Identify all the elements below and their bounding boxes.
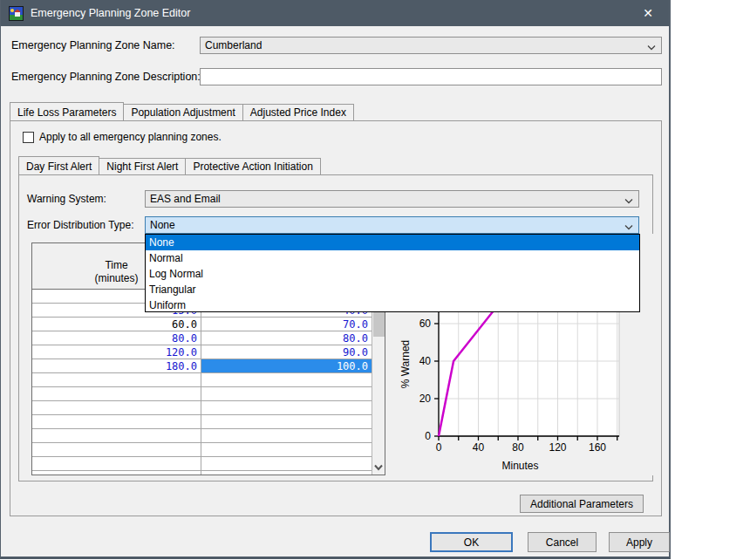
dropdown-option[interactable]: Uniform: [146, 297, 639, 313]
dropdown-option[interactable]: Triangular: [146, 282, 639, 297]
apply-button[interactable]: Apply: [609, 532, 670, 552]
table-row: 60.070.0: [32, 318, 372, 331]
zone-desc-label: Emergency Planning Zone Description:: [11, 68, 201, 85]
table-row: [32, 373, 372, 387]
table-cell-time[interactable]: 120.0: [32, 345, 201, 359]
table-cell-time[interactable]: [32, 401, 201, 414]
table-cell-warned[interactable]: 70.0: [201, 318, 372, 331]
dialog-window: Emergency Planning Zone Editor ✕ Emergen…: [0, 0, 671, 559]
dropdown-option[interactable]: Normal: [146, 250, 639, 266]
table-scrollbar[interactable]: [372, 290, 385, 475]
inner-tabbar: Day First Alert Night First Alert Protec…: [18, 156, 321, 174]
table-cell-warned[interactable]: [201, 415, 372, 428]
dropdown-option[interactable]: None: [146, 235, 639, 250]
table-row: 80.080.0: [32, 331, 372, 345]
error-dist-dropdown: NoneNormalLog NormalTriangularUniform: [145, 234, 640, 312]
zone-name-label: Emergency Planning Zone Name:: [11, 37, 175, 54]
table-cell-warned[interactable]: [201, 471, 372, 475]
warning-system-label: Warning System:: [27, 190, 106, 208]
table-cell-warned[interactable]: [201, 401, 372, 414]
table-cell-warned[interactable]: [201, 429, 372, 442]
svg-text:0: 0: [425, 430, 431, 442]
table-cell-time[interactable]: 60.0: [32, 318, 201, 331]
table-cell-time[interactable]: [32, 415, 201, 428]
warning-system-combobox[interactable]: EAS and Email: [145, 190, 639, 208]
dropdown-option[interactable]: Log Normal: [146, 266, 639, 282]
window-title: Emergency Planning Zone Editor: [31, 7, 190, 19]
table-cell-warned[interactable]: 100.0: [201, 359, 372, 372]
tab-life-loss-parameters[interactable]: Life Loss Parameters: [10, 102, 124, 120]
chevron-down-icon: [647, 42, 656, 54]
svg-text:% Warned: % Warned: [399, 340, 412, 389]
close-icon[interactable]: ✕: [631, 0, 665, 26]
svg-text:40: 40: [473, 441, 485, 454]
svg-text:80: 80: [512, 441, 524, 454]
table-cell-time[interactable]: [32, 443, 201, 456]
chevron-down-icon: [624, 222, 633, 234]
table-row: [32, 471, 372, 475]
svg-text:40: 40: [419, 355, 432, 367]
table-row: [32, 443, 372, 457]
tab-protective-action-initiation[interactable]: Protective Action Initiation: [185, 158, 320, 174]
svg-text:20: 20: [419, 393, 432, 405]
warning-system-value: EAS and Email: [150, 193, 221, 205]
table-cell-time[interactable]: 80.0: [32, 331, 201, 345]
additional-parameters-button[interactable]: Additional Parameters: [520, 495, 644, 513]
table-cell-time[interactable]: [32, 429, 201, 442]
apply-all-zones-label: Apply to all emergency planning zones.: [39, 131, 222, 143]
table-row: [32, 415, 372, 429]
svg-text:60: 60: [419, 318, 432, 330]
tab-night-first-alert[interactable]: Night First Alert: [99, 158, 186, 174]
tab-population-adjustment[interactable]: Population Adjustment: [123, 104, 242, 120]
zone-name-combobox[interactable]: Cumberland: [200, 37, 662, 54]
error-dist-combobox[interactable]: None: [145, 216, 639, 234]
table-cell-warned[interactable]: [201, 373, 372, 386]
title-bar: Emergency Planning Zone Editor ✕: [1, 0, 669, 26]
table-cell-time[interactable]: [32, 387, 201, 400]
svg-text:160: 160: [589, 441, 606, 454]
table-cell-time[interactable]: [32, 471, 201, 475]
table-cell-warned[interactable]: [201, 443, 372, 456]
svg-text:120: 120: [549, 441, 566, 454]
tab-adjusted-price-index[interactable]: Adjusted Price Index: [242, 104, 354, 120]
svg-text:0: 0: [436, 441, 442, 454]
apply-all-zones-row: Apply to all emergency planning zones.: [23, 131, 222, 143]
app-icon: [9, 6, 24, 21]
table-row: 180.0100.0: [32, 359, 372, 373]
table-body: 15.040.060.070.080.080.0120.090.0180.010…: [32, 290, 372, 475]
zone-name-value: Cumberland: [205, 39, 262, 51]
error-dist-label: Error Distribution Type:: [27, 216, 134, 234]
error-dist-value: None: [150, 219, 175, 231]
table-row: 120.090.0: [32, 345, 372, 359]
zone-desc-input[interactable]: [200, 68, 662, 85]
scrollbar-down-arrow[interactable]: [372, 461, 385, 474]
cancel-button[interactable]: Cancel: [528, 532, 597, 552]
table-cell-warned[interactable]: 90.0: [201, 345, 372, 359]
table-cell-time[interactable]: [32, 457, 201, 470]
outer-tabbar: Life Loss Parameters Population Adjustme…: [10, 102, 354, 120]
tab-day-first-alert[interactable]: Day First Alert: [18, 156, 99, 174]
chevron-down-icon: [624, 195, 633, 208]
screen: Emergency Planning Zone Editor ✕ Emergen…: [0, 0, 750, 560]
table-row: [32, 401, 372, 415]
apply-all-zones-checkbox[interactable]: [23, 132, 34, 143]
table-row: [32, 457, 372, 471]
table-cell-warned[interactable]: [201, 457, 372, 470]
table-row: [32, 387, 372, 401]
table-row: [32, 429, 372, 443]
table-cell-time[interactable]: [32, 373, 201, 386]
svg-text:Minutes: Minutes: [501, 460, 538, 472]
table-cell-warned[interactable]: 80.0: [201, 331, 372, 345]
table-cell-warned[interactable]: [201, 387, 372, 400]
ok-button[interactable]: OK: [430, 532, 513, 552]
table-cell-time[interactable]: 180.0: [32, 359, 201, 372]
